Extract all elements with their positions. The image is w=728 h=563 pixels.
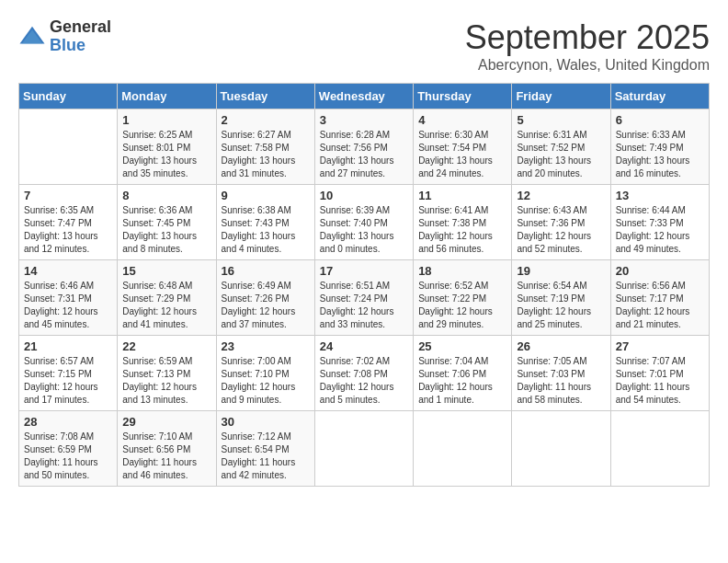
calendar-cell: 23Sunrise: 7:00 AM Sunset: 7:10 PM Dayli… [216,336,314,411]
day-info: Sunrise: 7:00 AM Sunset: 7:10 PM Dayligh… [222,355,310,407]
day-number: 9 [222,189,310,202]
logo: General Blue [18,18,111,55]
day-number: 29 [122,415,210,429]
day-info: Sunrise: 6:41 AM Sunset: 7:38 PM Dayligh… [418,204,506,256]
day-info: Sunrise: 6:43 AM Sunset: 7:36 PM Dayligh… [517,204,605,256]
day-number: 22 [122,339,210,353]
day-info: Sunrise: 6:39 AM Sunset: 7:40 PM Dayligh… [320,204,408,256]
calendar-week-row: 21Sunrise: 6:57 AM Sunset: 7:15 PM Dayli… [19,336,710,411]
title-block: September 2025 Abercynon, Wales, United … [465,18,710,74]
day-number: 26 [517,339,605,353]
day-number: 14 [24,264,112,278]
calendar-cell: 24Sunrise: 7:02 AM Sunset: 7:08 PM Dayli… [314,336,413,411]
calendar-cell [314,411,413,487]
day-number: 25 [418,339,506,353]
day-info: Sunrise: 6:33 AM Sunset: 7:49 PM Dayligh… [616,129,704,180]
day-number: 17 [320,264,408,278]
day-info: Sunrise: 6:25 AM Sunset: 8:01 PM Dayligh… [122,129,210,180]
day-number: 16 [222,264,310,278]
day-info: Sunrise: 6:36 AM Sunset: 7:45 PM Dayligh… [122,204,210,256]
day-number: 6 [616,113,704,127]
day-header-sunday: Sunday [19,84,118,109]
calendar-cell: 17Sunrise: 6:51 AM Sunset: 7:24 PM Dayli… [314,260,413,336]
calendar-cell: 3Sunrise: 6:28 AM Sunset: 7:56 PM Daylig… [314,109,413,185]
day-info: Sunrise: 7:08 AM Sunset: 6:59 PM Dayligh… [24,431,112,482]
day-info: Sunrise: 6:27 AM Sunset: 7:58 PM Dayligh… [222,129,310,180]
calendar-week-row: 28Sunrise: 7:08 AM Sunset: 6:59 PM Dayli… [19,411,710,487]
day-header-friday: Friday [512,84,610,109]
location: Abercynon, Wales, United Kingdom [465,57,710,74]
day-number: 24 [320,339,408,353]
day-info: Sunrise: 6:54 AM Sunset: 7:19 PM Dayligh… [517,280,605,331]
day-number: 3 [320,113,408,127]
day-number: 15 [122,264,210,278]
day-header-saturday: Saturday [610,84,709,109]
day-number: 18 [418,264,506,278]
day-info: Sunrise: 7:10 AM Sunset: 6:56 PM Dayligh… [122,431,210,482]
day-number: 7 [24,189,112,202]
logo-icon [18,23,46,51]
calendar-cell: 26Sunrise: 7:05 AM Sunset: 7:03 PM Dayli… [512,336,610,411]
logo-blue-text: Blue [50,37,111,55]
calendar-cell: 28Sunrise: 7:08 AM Sunset: 6:59 PM Dayli… [19,411,118,487]
calendar-week-row: 14Sunrise: 6:46 AM Sunset: 7:31 PM Dayli… [19,260,710,336]
calendar-cell [512,411,610,487]
day-info: Sunrise: 6:30 AM Sunset: 7:54 PM Dayligh… [418,129,506,180]
day-number: 27 [616,339,704,353]
day-info: Sunrise: 6:59 AM Sunset: 7:13 PM Dayligh… [122,355,210,407]
calendar-cell: 8Sunrise: 6:36 AM Sunset: 7:45 PM Daylig… [118,185,216,260]
day-number: 23 [222,339,310,353]
day-info: Sunrise: 7:02 AM Sunset: 7:08 PM Dayligh… [320,355,408,407]
day-header-thursday: Thursday [414,84,512,109]
day-number: 4 [418,113,506,127]
calendar-cell: 2Sunrise: 6:27 AM Sunset: 7:58 PM Daylig… [216,109,314,185]
day-info: Sunrise: 6:28 AM Sunset: 7:56 PM Dayligh… [320,129,408,180]
calendar-cell: 14Sunrise: 6:46 AM Sunset: 7:31 PM Dayli… [19,260,118,336]
logo-general-text: General [50,18,111,37]
calendar-cell: 11Sunrise: 6:41 AM Sunset: 7:38 PM Dayli… [414,185,512,260]
calendar-cell: 21Sunrise: 6:57 AM Sunset: 7:15 PM Dayli… [19,336,118,411]
calendar-week-row: 1Sunrise: 6:25 AM Sunset: 8:01 PM Daylig… [19,109,710,185]
day-number: 11 [418,189,506,202]
day-info: Sunrise: 6:56 AM Sunset: 7:17 PM Dayligh… [616,280,704,331]
day-header-wednesday: Wednesday [314,84,413,109]
calendar-cell: 4Sunrise: 6:30 AM Sunset: 7:54 PM Daylig… [414,109,512,185]
day-info: Sunrise: 6:44 AM Sunset: 7:33 PM Dayligh… [616,204,704,256]
calendar-cell [610,411,709,487]
calendar-cell: 6Sunrise: 6:33 AM Sunset: 7:49 PM Daylig… [610,109,709,185]
calendar-cell: 18Sunrise: 6:52 AM Sunset: 7:22 PM Dayli… [414,260,512,336]
calendar-header-row: SundayMondayTuesdayWednesdayThursdayFrid… [19,84,710,109]
calendar-cell [414,411,512,487]
calendar-cell: 1Sunrise: 6:25 AM Sunset: 8:01 PM Daylig… [118,109,216,185]
day-info: Sunrise: 7:05 AM Sunset: 7:03 PM Dayligh… [517,355,605,407]
day-number: 19 [517,264,605,278]
calendar-cell: 12Sunrise: 6:43 AM Sunset: 7:36 PM Dayli… [512,185,610,260]
calendar-cell: 13Sunrise: 6:44 AM Sunset: 7:33 PM Dayli… [610,185,709,260]
day-info: Sunrise: 6:46 AM Sunset: 7:31 PM Dayligh… [24,280,112,331]
calendar-cell: 5Sunrise: 6:31 AM Sunset: 7:52 PM Daylig… [512,109,610,185]
day-info: Sunrise: 6:57 AM Sunset: 7:15 PM Dayligh… [24,355,112,407]
day-info: Sunrise: 6:52 AM Sunset: 7:22 PM Dayligh… [418,280,506,331]
day-number: 5 [517,113,605,127]
calendar-table: SundayMondayTuesdayWednesdayThursdayFrid… [18,83,710,487]
day-header-tuesday: Tuesday [216,84,314,109]
calendar-cell: 15Sunrise: 6:48 AM Sunset: 7:29 PM Dayli… [118,260,216,336]
month-title: September 2025 [465,18,710,57]
day-info: Sunrise: 7:07 AM Sunset: 7:01 PM Dayligh… [616,355,704,407]
day-number: 20 [616,264,704,278]
day-number: 1 [122,113,210,127]
day-info: Sunrise: 7:04 AM Sunset: 7:06 PM Dayligh… [418,355,506,407]
day-info: Sunrise: 7:12 AM Sunset: 6:54 PM Dayligh… [222,431,310,482]
calendar-cell: 10Sunrise: 6:39 AM Sunset: 7:40 PM Dayli… [314,185,413,260]
day-number: 28 [24,415,112,429]
calendar-cell: 7Sunrise: 6:35 AM Sunset: 7:47 PM Daylig… [19,185,118,260]
day-info: Sunrise: 6:35 AM Sunset: 7:47 PM Dayligh… [24,204,112,256]
day-number: 2 [222,113,310,127]
calendar-cell: 20Sunrise: 6:56 AM Sunset: 7:17 PM Dayli… [610,260,709,336]
day-number: 8 [122,189,210,202]
calendar-cell: 25Sunrise: 7:04 AM Sunset: 7:06 PM Dayli… [414,336,512,411]
day-number: 13 [616,189,704,202]
day-number: 21 [24,339,112,353]
page-header: General Blue September 2025 Abercynon, W… [18,18,710,74]
day-info: Sunrise: 6:51 AM Sunset: 7:24 PM Dayligh… [320,280,408,331]
